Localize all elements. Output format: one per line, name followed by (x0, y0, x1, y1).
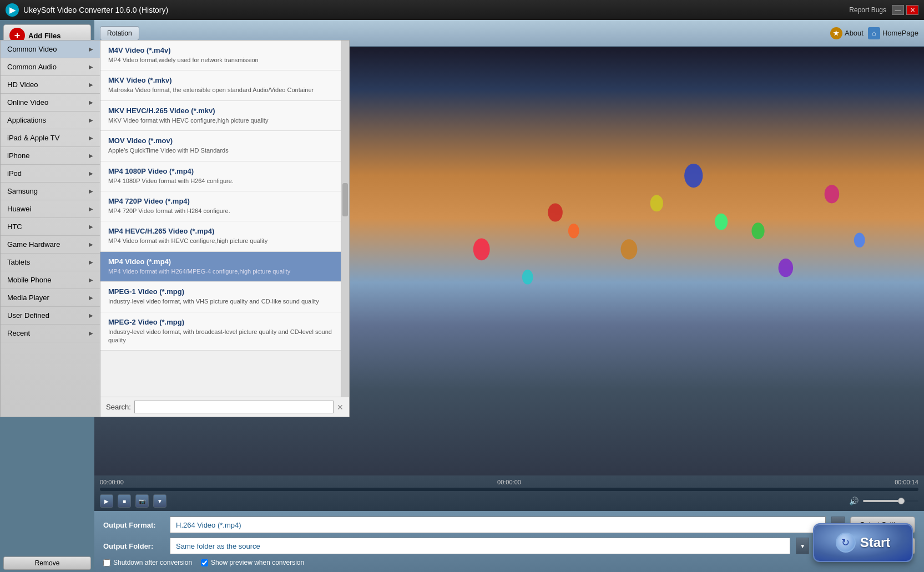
category-label: Huawei (7, 205, 31, 213)
about-icon: ★ (830, 27, 842, 39)
show-preview-label: Show preview when conversion (211, 559, 304, 566)
category-label: iPad & Apple TV (7, 134, 59, 142)
format-desc: MP4 Video format with H264/MPEG-4 config… (108, 267, 333, 276)
format-desc: Industry-level video format, with VHS pi… (108, 297, 333, 306)
window-controls: — ✕ (892, 5, 918, 15)
time-start: 00:00:00 (100, 479, 124, 485)
scroll-thumb[interactable] (342, 183, 348, 216)
format-desc: Matroska Video format, the extensible op… (108, 86, 333, 94)
shutdown-checkbox[interactable] (103, 559, 110, 566)
show-preview-checkbox[interactable] (201, 559, 208, 566)
search-clear-icon[interactable]: ✕ (337, 403, 344, 412)
format-item-mpeg2[interactable]: MPEG-2 Video (*.mpg) Industry-level vide… (100, 312, 341, 351)
format-name: MKV Video (*.mkv) (108, 76, 333, 84)
chevron-right-icon: ▶ (89, 330, 93, 336)
format-item-mp4-720p[interactable]: MP4 720P Video (*.mp4) MP4 720P Video fo… (100, 191, 341, 221)
homepage-button[interactable]: ⌂ HomePage (868, 27, 918, 39)
category-panel: Common Video ▶ Common Audio ▶ HD Video ▶… (0, 40, 100, 417)
playback-controls: ▶ ■ 📷 ▼ 🔊 (100, 494, 918, 508)
format-item-mkv-hevc[interactable]: MKV HEVC/H.265 Video (*.mkv) MKV Video f… (100, 101, 341, 131)
format-item-mpeg1[interactable]: MPEG-1 Video (*.mpg) Industry-level vide… (100, 282, 341, 312)
category-item-huawei[interactable]: Huawei ▶ (1, 200, 100, 218)
remove-button[interactable]: Remove (3, 556, 91, 570)
category-label: iPod (7, 169, 22, 178)
chevron-right-icon: ▶ (89, 153, 93, 159)
category-label: HD Video (7, 80, 38, 89)
home-icon: ⌂ (868, 27, 880, 39)
chevron-right-icon: ▶ (89, 259, 93, 265)
progress-track[interactable] (100, 488, 918, 491)
category-item-user-defined[interactable]: User Defined ▶ (1, 307, 100, 325)
category-label: Common Audio (7, 63, 57, 71)
chevron-right-icon: ▶ (89, 170, 93, 176)
format-desc: MKV Video format with HEVC configure,hig… (108, 117, 333, 125)
category-label: Online Video (7, 98, 48, 107)
chevron-right-icon: ▶ (89, 295, 93, 301)
format-name: MPEG-1 Video (*.mpg) (108, 287, 333, 296)
output-folder-input[interactable] (170, 538, 790, 554)
category-item-common-video[interactable]: Common Video ▶ (1, 41, 100, 58)
format-name: MP4 1080P Video (*.mp4) (108, 167, 333, 175)
video-controls: 00:00:00 00:00:00 00:00:14 ▶ ■ 📷 ▼ 🔊 (94, 475, 924, 511)
category-item-ipad-apple-tv[interactable]: iPad & Apple TV ▶ (1, 129, 100, 147)
format-name: M4V Video (*.m4v) (108, 46, 333, 54)
toolbar-right: ★ About ⌂ HomePage (830, 27, 918, 39)
category-item-tablets[interactable]: Tablets ▶ (1, 254, 100, 271)
category-item-ipod[interactable]: iPod ▶ (1, 165, 100, 183)
format-scrollbar[interactable] (341, 41, 349, 397)
start-label: Start (860, 535, 891, 550)
format-item-mkv[interactable]: MKV Video (*.mkv) Matroska Video format,… (100, 70, 341, 100)
output-format-input[interactable] (170, 517, 826, 533)
chevron-right-icon: ▶ (89, 99, 93, 105)
chevron-right-icon: ▶ (89, 117, 93, 123)
chevron-right-icon: ▶ (89, 241, 93, 247)
shutdown-checkbox-item: Shutdown after conversion (103, 559, 192, 566)
format-desc: Industry-level video format, with broadc… (108, 328, 333, 345)
category-item-game-hardware[interactable]: Game Hardware ▶ (1, 236, 100, 254)
show-preview-checkbox-item: Show preview when conversion (201, 559, 304, 566)
format-name: MP4 720P Video (*.mp4) (108, 197, 333, 205)
category-label: Applications (7, 116, 46, 124)
volume-slider[interactable] (863, 500, 918, 502)
format-desc: MP4 Video format,widely used for network… (108, 56, 333, 64)
category-item-htc[interactable]: HTC ▶ (1, 218, 100, 236)
minimize-button[interactable]: — (892, 5, 904, 15)
output-format-row: Output Format: ▲ Output Settings (103, 517, 915, 533)
start-button[interactable]: ↻ Start (813, 523, 913, 562)
category-item-hd-video[interactable]: HD Video ▶ (1, 76, 100, 94)
search-input[interactable] (134, 401, 334, 413)
chevron-right-icon: ▶ (89, 135, 93, 141)
rotation-button[interactable]: Rotation (100, 26, 139, 41)
category-item-mobile-phone[interactable]: Mobile Phone ▶ (1, 271, 100, 289)
screenshot-button[interactable]: 📷 (135, 494, 149, 508)
format-item-mp4-hevc[interactable]: MP4 HEVC/H.265 Video (*.mp4) MP4 Video f… (100, 221, 341, 251)
category-item-recent[interactable]: Recent ▶ (1, 325, 100, 342)
format-item-mp4-1080p[interactable]: MP4 1080P Video (*.mp4) MP4 1080P Video … (100, 161, 341, 191)
add-files-label: Add Files (28, 32, 61, 40)
category-label: Common Video (7, 45, 57, 53)
format-item-mp4[interactable]: MP4 Video (*.mp4) MP4 Video format with … (100, 252, 341, 282)
screenshot-dropdown-button[interactable]: ▼ (153, 494, 166, 508)
category-item-media-player[interactable]: Media Player ▶ (1, 289, 100, 307)
category-label: Samsung (7, 187, 38, 195)
category-item-common-audio[interactable]: Common Audio ▶ (1, 58, 100, 76)
format-item-mov[interactable]: MOV Video (*.mov) Apple's QuickTime Vide… (100, 131, 341, 161)
stop-button[interactable]: ■ (118, 494, 131, 508)
play-button[interactable]: ▶ (100, 494, 113, 508)
category-item-applications[interactable]: Applications ▶ (1, 112, 100, 129)
category-item-online-video[interactable]: Online Video ▶ (1, 94, 100, 112)
bottom-bar: Output Format: ▲ Output Settings Output … (94, 511, 924, 572)
about-button[interactable]: ★ About (830, 27, 864, 39)
category-label: User Defined (7, 311, 49, 320)
format-item-m4v[interactable]: M4V Video (*.m4v) MP4 Video format,widel… (100, 41, 341, 70)
category-item-iphone[interactable]: iPhone ▶ (1, 147, 100, 165)
close-button[interactable]: ✕ (906, 5, 918, 15)
output-folder-dropdown-button[interactable]: ▼ (796, 538, 809, 554)
output-format-label: Output Format: (103, 521, 164, 529)
category-item-samsung[interactable]: Samsung ▶ (1, 183, 100, 200)
time-current: 00:00:00 (497, 479, 521, 485)
category-label: Mobile Phone (7, 276, 52, 284)
format-panel: M4V Video (*.m4v) MP4 Video format,widel… (100, 40, 350, 417)
time-bar: 00:00:00 00:00:00 00:00:14 (100, 479, 918, 485)
format-list-container: M4V Video (*.m4v) MP4 Video format,widel… (100, 41, 349, 397)
